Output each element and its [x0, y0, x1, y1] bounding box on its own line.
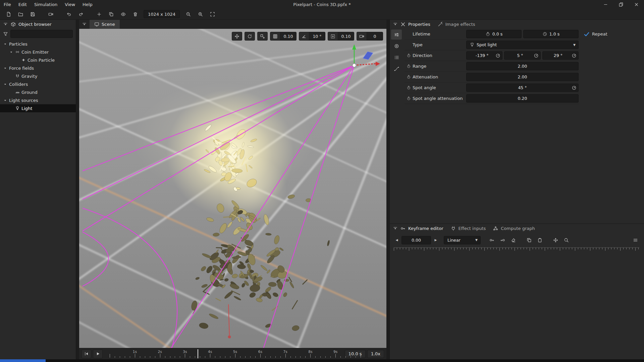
open-file-button[interactable] [15, 10, 26, 19]
scene-canvas[interactable] [79, 29, 386, 348]
animate-toggle-icon[interactable] [407, 85, 411, 90]
fit-view-button[interactable] [207, 10, 218, 19]
camera-icon[interactable] [357, 32, 367, 40]
gizmo-origin-handle[interactable] [353, 64, 356, 67]
panel-menu-icon[interactable] [82, 22, 87, 27]
panel-menu-icon[interactable] [393, 226, 398, 231]
caret-down-icon[interactable] [3, 82, 7, 86]
dial-icon[interactable] [572, 85, 577, 90]
export-video-button[interactable] [45, 10, 56, 19]
category-curve-button[interactable] [391, 64, 402, 74]
paste-keyframe-button[interactable] [535, 236, 544, 244]
tree-item-colliders[interactable]: Colliders [0, 80, 76, 88]
category-general-button[interactable] [391, 29, 402, 40]
filter-icon[interactable] [3, 32, 8, 37]
zoom-in-button[interactable] [195, 10, 206, 19]
menu-file[interactable]: File [0, 0, 15, 9]
animate-toggle-icon[interactable] [407, 96, 411, 101]
timeline-playhead[interactable] [198, 349, 198, 358]
object-search-input[interactable] [10, 30, 73, 38]
keyframe-prev-button[interactable]: ◀ [394, 236, 400, 244]
move-snap-value[interactable]: 0.10 [338, 32, 354, 40]
keyframe-position-field[interactable]: 0.00 [401, 236, 431, 244]
move-keyframe-button[interactable] [551, 236, 560, 244]
tree-item-coin-particle[interactable]: Coin Particle [0, 56, 76, 64]
tab-effect-inputs[interactable]: Effect inputs [459, 226, 486, 231]
menu-view[interactable]: View [61, 0, 79, 9]
dial-icon[interactable] [572, 53, 577, 58]
tree-item-coin-emitter[interactable]: Coin Emitter [0, 48, 76, 56]
light-type-select[interactable]: Spot light ▼ [466, 41, 579, 49]
restore-button[interactable] [613, 0, 629, 9]
tab-image-effects[interactable]: Image effects [445, 22, 475, 27]
grid-snap-value[interactable]: 0.10 [280, 32, 296, 40]
direction-z-field[interactable]: 29 ° [542, 51, 579, 60]
skip-to-start-button[interactable] [82, 350, 91, 358]
caret-down-icon[interactable] [3, 99, 7, 102]
category-color-button[interactable] [391, 41, 402, 51]
animate-toggle-icon[interactable] [407, 75, 411, 79]
play-button[interactable] [93, 350, 103, 358]
add-keyframe-button[interactable] [487, 236, 496, 244]
undo-button[interactable] [63, 10, 74, 19]
tab-compute-graph[interactable]: Compute graph [501, 226, 535, 231]
zoom-out-button[interactable] [182, 10, 194, 19]
angle-snap-value[interactable]: 10 ° [309, 32, 325, 40]
category-list-button[interactable] [391, 52, 402, 62]
minimize-button[interactable] [598, 0, 613, 9]
duplicate-object-button[interactable] [105, 10, 117, 19]
erase-keyframe-button[interactable] [509, 236, 518, 244]
keyframe-menu-button[interactable] [631, 236, 640, 244]
redo-button[interactable] [75, 10, 87, 19]
interpolation-select[interactable]: Linear ▼ [444, 236, 481, 244]
menu-simulation[interactable]: Simulation [31, 0, 61, 9]
dial-icon[interactable] [495, 53, 500, 58]
tree-item-light[interactable]: Light [0, 104, 76, 112]
tree-item-force-fields[interactable]: Force fields [0, 64, 76, 72]
close-button[interactable] [629, 0, 644, 9]
tree-item-gravity[interactable]: Gravity [0, 72, 76, 80]
canvas-resolution-field[interactable]: 1024 x 1024 [144, 10, 180, 18]
scene-viewport[interactable]: 0.10 10 ° 0.10 0 [79, 29, 386, 348]
spot-angle-field[interactable]: 45 ° [466, 83, 579, 92]
spot-angle-attenuation-field[interactable]: 0.20 [466, 94, 579, 103]
keyframe-ruler[interactable] [394, 247, 639, 255]
tree-item-ground[interactable]: Ground [0, 88, 76, 96]
insert-keyframe-button[interactable] [498, 236, 507, 244]
new-file-button[interactable] [3, 10, 14, 19]
direction-x-field[interactable]: -139 ° [466, 51, 502, 60]
add-object-button[interactable] [93, 10, 105, 19]
attenuation-field[interactable]: 2.00 [466, 73, 579, 81]
animate-toggle-icon[interactable] [407, 64, 411, 68]
menu-edit[interactable]: Edit [15, 0, 31, 9]
snap-icon[interactable] [328, 32, 338, 40]
grid-icon[interactable] [270, 32, 280, 40]
dial-icon[interactable] [534, 53, 539, 58]
scale-tool-button[interactable] [257, 32, 268, 41]
tab-properties[interactable]: Properties [408, 22, 430, 27]
angle-icon[interactable] [299, 32, 309, 40]
zoom-keyframe-button[interactable] [562, 236, 571, 244]
caret-down-icon[interactable] [9, 50, 13, 54]
caret-down-icon[interactable] [3, 42, 7, 46]
tab-keyframe-editor[interactable]: Keyframe editor [408, 226, 443, 231]
lifetime-duration-field[interactable]: 1.0 s [523, 30, 579, 38]
menu-help[interactable]: Help [79, 0, 96, 9]
tree-item-particles[interactable]: Particles [0, 40, 76, 48]
toggle-visibility-button[interactable] [117, 10, 129, 19]
animate-toggle-icon[interactable] [407, 53, 411, 58]
range-field[interactable]: 2.00 [466, 62, 579, 70]
keyframe-next-button[interactable]: ▶ [433, 236, 439, 244]
delete-object-button[interactable] [129, 10, 141, 19]
duration-field[interactable]: 10.0 s [345, 350, 366, 358]
camera-index-value[interactable]: 0 [367, 32, 383, 40]
panel-menu-icon[interactable] [3, 22, 8, 27]
lifetime-start-field[interactable]: 0.0 s [466, 30, 522, 38]
move-tool-button[interactable] [232, 32, 242, 41]
caret-down-icon[interactable] [3, 66, 7, 70]
tree-item-light-sources[interactable]: Light sources [0, 96, 76, 104]
direction-y-field[interactable]: 5 ° [504, 51, 540, 60]
timeline-ruler[interactable]: 1s2s3s4s5s6s7s8s9s [108, 348, 340, 359]
rotate-tool-button[interactable] [245, 32, 255, 41]
playback-speed-field[interactable]: 1.0x [367, 350, 384, 358]
